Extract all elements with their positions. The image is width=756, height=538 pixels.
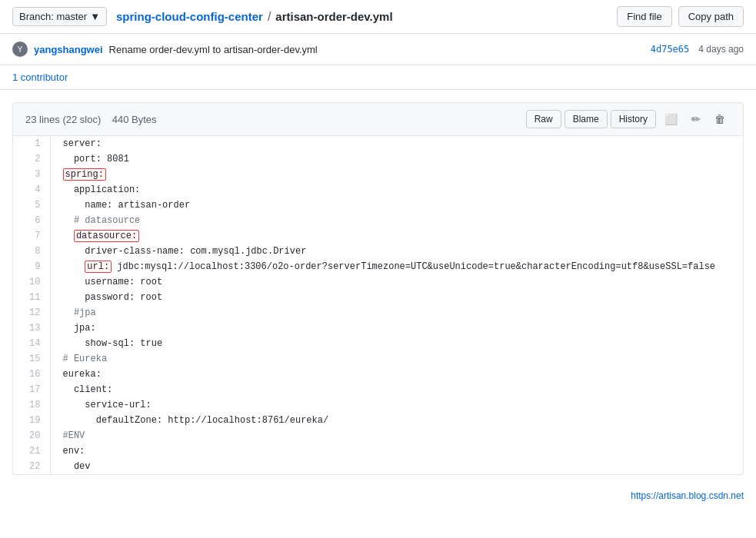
code-container: 1server:2 port: 80813spring:4 applicatio… <box>12 136 744 475</box>
table-row: 9 url: jdbc:mysql://localhost:3306/o2o-o… <box>13 259 743 274</box>
line-code: application: <box>50 182 743 198</box>
line-code: env: <box>50 443 743 459</box>
table-row: 8 driver-class-name: com.mysql.jdbc.Driv… <box>13 244 743 259</box>
comment-text: #ENV <box>63 430 85 441</box>
line-number: 3 <box>13 167 50 182</box>
line-code: # Eureka <box>50 351 743 367</box>
contributor-link[interactable]: 1 contributor <box>12 71 68 83</box>
branch-dropdown[interactable]: Branch: master ▼ <box>12 7 107 26</box>
line-number: 1 <box>13 136 50 151</box>
commit-author[interactable]: yangshangwei <box>34 44 103 55</box>
code-table: 1server:2 port: 80813spring:4 applicatio… <box>13 136 743 474</box>
line-number: 9 <box>13 259 50 274</box>
commit-message: Rename order-dev.yml to artisan-order-de… <box>109 44 318 55</box>
comment-text: #jpa <box>63 307 96 318</box>
highlighted-word: datasource: <box>74 230 139 242</box>
line-number: 6 <box>13 213 50 228</box>
file-actions: Raw Blame History ⬜ ✏ 🗑 <box>526 109 731 129</box>
line-number: 19 <box>13 413 50 428</box>
line-number: 4 <box>13 182 50 198</box>
line-code: #ENV <box>50 428 743 443</box>
delete-icon: 🗑 <box>714 113 725 125</box>
file-meta: 23 lines (22 sloc) 440 Bytes <box>25 114 157 125</box>
table-row: 19 defaultZone: http://localhost:8761/eu… <box>13 413 743 428</box>
branch-label: Branch: master <box>19 11 87 22</box>
file-info-bar: 23 lines (22 sloc) 440 Bytes Raw Blame H… <box>12 102 744 136</box>
copy-path-button[interactable]: Copy path <box>678 6 744 27</box>
watermark: https://artisan.blog.csdn.net <box>0 487 756 504</box>
blame-button[interactable]: Blame <box>565 110 608 128</box>
edit-icon-button[interactable]: ✏ <box>686 109 706 129</box>
table-row: 12 #jpa <box>13 305 743 320</box>
line-code: show-sql: true <box>50 336 743 351</box>
delete-icon-button[interactable]: 🗑 <box>709 109 731 129</box>
display-icon: ⬜ <box>664 113 678 125</box>
line-code: spring: <box>50 167 743 182</box>
table-row: 18 service-url: <box>13 397 743 413</box>
commit-right: 4d75e65 4 days ago <box>651 44 744 55</box>
table-row: 7 datasource: <box>13 228 743 244</box>
line-number: 15 <box>13 351 50 367</box>
line-code: datasource: <box>50 228 743 244</box>
table-row: 1server: <box>13 136 743 151</box>
table-row: 6 # datasource <box>13 213 743 228</box>
commit-left: Y yangshangwei Rename order-dev.yml to a… <box>12 42 318 57</box>
line-code: driver-class-name: com.mysql.jdbc.Driver <box>50 244 743 259</box>
line-code: defaultZone: http://localhost:8761/eurek… <box>50 413 743 428</box>
history-button[interactable]: History <box>611 110 656 128</box>
line-code: client: <box>50 382 743 397</box>
table-row: 22 dev <box>13 459 743 474</box>
line-number: 21 <box>13 443 50 459</box>
line-code: #jpa <box>50 305 743 320</box>
raw-button[interactable]: Raw <box>526 110 561 128</box>
table-row: 10 username: root <box>13 274 743 290</box>
table-row: 13 jpa: <box>13 320 743 336</box>
line-number: 11 <box>13 290 50 305</box>
line-number: 7 <box>13 228 50 244</box>
table-row: 3spring: <box>13 167 743 182</box>
line-code: eureka: <box>50 367 743 382</box>
line-code: # datasource <box>50 213 743 228</box>
table-row: 14 show-sql: true <box>13 336 743 351</box>
display-icon-button[interactable]: ⬜ <box>659 109 683 129</box>
table-row: 17 client: <box>13 382 743 397</box>
find-file-button[interactable]: Find file <box>617 6 672 27</box>
dropdown-icon: ▼ <box>90 11 100 22</box>
line-code: service-url: <box>50 397 743 413</box>
author-avatar: Y <box>12 42 28 57</box>
highlighted-word: spring: <box>63 168 106 181</box>
line-number: 14 <box>13 336 50 351</box>
watermark-url: https://artisan.blog.csdn.net <box>631 490 744 501</box>
line-number: 22 <box>13 459 50 474</box>
commit-bar: Y yangshangwei Rename order-dev.yml to a… <box>0 34 756 65</box>
table-row: 5 name: artisan-order <box>13 198 743 213</box>
url-highlight: url: <box>85 261 112 273</box>
file-size: 440 Bytes <box>112 114 157 125</box>
table-row: 11 password: root <box>13 290 743 305</box>
line-number: 12 <box>13 305 50 320</box>
line-code: password: root <box>50 290 743 305</box>
repo-link[interactable]: spring-cloud-config-center <box>116 10 263 23</box>
line-number: 17 <box>13 382 50 397</box>
line-number: 5 <box>13 198 50 213</box>
file-name: artisan-order-dev.yml <box>275 10 392 23</box>
line-code: jpa: <box>50 320 743 336</box>
line-code: username: root <box>50 274 743 290</box>
top-bar: Branch: master ▼ spring-cloud-config-cen… <box>0 0 756 34</box>
line-code: url: jdbc:mysql://localhost:3306/o2o-ord… <box>50 259 743 274</box>
commit-time: 4 days ago <box>698 44 744 55</box>
line-code: port: 8081 <box>50 151 743 167</box>
line-code: name: artisan-order <box>50 198 743 213</box>
line-code: server: <box>50 136 743 151</box>
breadcrumb-separator: / <box>268 10 271 24</box>
table-row: 2 port: 8081 <box>13 151 743 167</box>
table-row: 15# Eureka <box>13 351 743 367</box>
breadcrumb: Branch: master ▼ spring-cloud-config-cen… <box>12 7 393 26</box>
line-number: 20 <box>13 428 50 443</box>
line-number: 8 <box>13 244 50 259</box>
line-number: 13 <box>13 320 50 336</box>
table-row: 4 application: <box>13 182 743 198</box>
commit-hash[interactable]: 4d75e65 <box>651 44 690 55</box>
line-number: 18 <box>13 397 50 413</box>
line-number: 10 <box>13 274 50 290</box>
